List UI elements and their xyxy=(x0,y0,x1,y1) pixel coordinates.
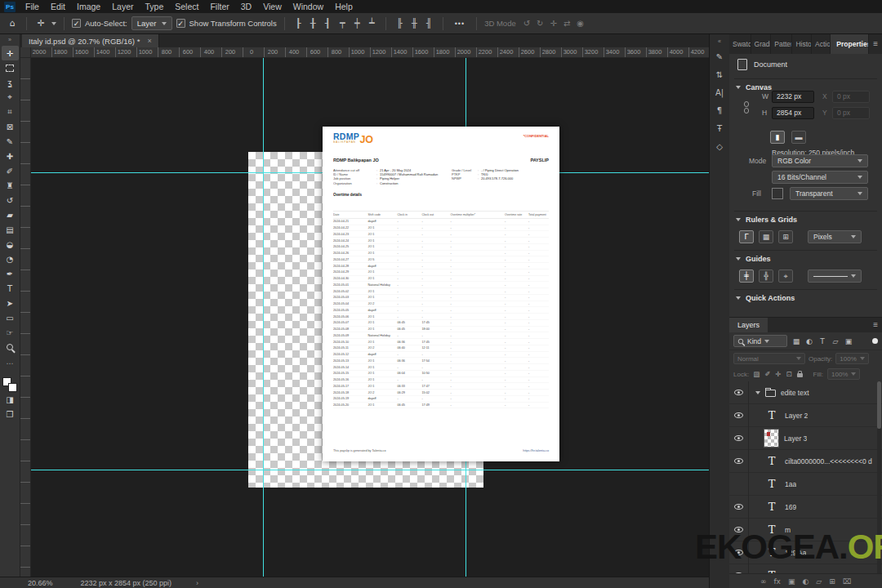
scrollbar-thumb[interactable] xyxy=(877,381,881,429)
smart-object-filter-icon[interactable]: ▣ xyxy=(843,337,854,345)
link-dimensions-icon[interactable] xyxy=(744,101,749,114)
rectangular-marquee-tool[interactable] xyxy=(2,60,19,75)
crop-tool[interactable]: ⌗ xyxy=(2,105,19,119)
snap-icon[interactable]: ⊞ xyxy=(778,230,793,243)
screen-mode-icon[interactable]: ❐ xyxy=(2,407,19,421)
menu-select[interactable]: Select xyxy=(169,0,204,13)
eyedropper-tool[interactable]: ✎ xyxy=(2,134,19,149)
more-options-button[interactable]: ••• xyxy=(451,20,469,28)
hand-tool[interactable]: ☞ xyxy=(2,325,19,340)
document-tab[interactable]: Italy id.psd @ 20.7% (RGB/16) * × xyxy=(22,34,159,47)
layer-row[interactable]: T169 xyxy=(729,496,882,519)
menu-type[interactable]: Type xyxy=(139,0,169,13)
lasso-tool[interactable]: ʓ xyxy=(2,75,19,90)
delete-layer-icon[interactable]: ⌧ xyxy=(843,577,851,586)
orientation-portrait-icon[interactable]: ▮ xyxy=(770,131,785,144)
fill-swatch[interactable] xyxy=(772,188,783,199)
orientation-landscape-icon[interactable]: ▬ xyxy=(791,131,806,144)
tab-gradi[interactable]: Gradi xyxy=(751,34,772,54)
quick-actions-section-header[interactable]: Quick Actions xyxy=(729,294,882,302)
zoom-tool[interactable] xyxy=(2,340,19,354)
layer-style-icon[interactable]: fx xyxy=(773,577,781,586)
paragraph-panel-icon[interactable]: ¶ xyxy=(710,101,729,119)
object-selection-tool[interactable]: ⌖ xyxy=(2,90,19,105)
brush-tool[interactable]: ✐ xyxy=(2,163,19,178)
align-left-icon[interactable]: ┠ xyxy=(292,18,305,29)
path-selection-tool[interactable]: ➤ xyxy=(2,296,19,310)
width-field[interactable]: 2232 px xyxy=(772,91,814,103)
guides-section-header[interactable]: Guides xyxy=(729,255,882,263)
opacity-field[interactable]: 100% xyxy=(835,353,868,364)
menu-view[interactable]: View xyxy=(257,0,287,13)
move-tool-preset-icon[interactable]: ✛ xyxy=(34,18,47,29)
type-layer-filter-icon[interactable]: T xyxy=(817,337,828,345)
adjustment-layer-filter-icon[interactable]: ◐ xyxy=(804,337,815,345)
height-field[interactable]: 2854 px xyxy=(772,107,814,119)
new-group-icon[interactable]: ▱ xyxy=(816,577,822,586)
fill-field[interactable]: 100% xyxy=(827,368,860,380)
link-layers-icon[interactable]: ∞ xyxy=(760,577,767,586)
add-mask-icon[interactable]: ▣ xyxy=(788,577,795,586)
tab-layers[interactable]: Layers xyxy=(729,318,768,332)
distribute-right-icon[interactable]: ╢ xyxy=(423,18,435,29)
3d-camera-icon[interactable]: ◉ xyxy=(577,19,584,28)
panel-menu-icon[interactable]: ≡ xyxy=(869,318,882,332)
menu-3d[interactable]: 3D xyxy=(235,0,257,13)
ruler-corner[interactable] xyxy=(20,47,31,58)
3d-roll-icon[interactable]: ↻ xyxy=(537,19,543,28)
layer-row[interactable]: T1aa xyxy=(729,473,882,496)
layer-row[interactable]: TLayer 2 xyxy=(729,404,882,427)
layer-thumbnail[interactable] xyxy=(764,429,779,448)
zoom-level[interactable]: 20.66% xyxy=(28,579,53,587)
libraries-panel-icon[interactable]: ◇ xyxy=(710,137,729,155)
tab-swatc[interactable]: Swatc xyxy=(729,34,751,54)
filter-kind-dropdown[interactable]: Kind xyxy=(733,335,787,347)
new-layer-icon[interactable]: ⊞ xyxy=(829,577,835,586)
status-expand-icon[interactable]: › xyxy=(196,579,198,587)
chevron-down-icon[interactable] xyxy=(51,22,56,25)
menu-help[interactable]: Help xyxy=(329,0,359,13)
expand-panels-icon[interactable]: « xyxy=(718,36,721,47)
foreground-background-colors[interactable] xyxy=(2,377,17,392)
toggle-grid-icon[interactable]: ▦ xyxy=(759,230,773,243)
canvas-area[interactable]: *CONFIDENTIAL RDMP BALIKPAPAN JO RDMP Ba… xyxy=(31,58,709,577)
brush-settings-panel-icon[interactable]: ✎ xyxy=(710,47,729,65)
quick-mask-icon[interactable]: ◨ xyxy=(2,392,19,407)
expand-panel-icon[interactable]: » xyxy=(8,34,11,46)
edit-toolbar-icon[interactable]: ⋯ xyxy=(7,359,14,368)
pixel-layer-filter-icon[interactable]: ▦ xyxy=(791,337,802,345)
history-brush-tool[interactable]: ↺ xyxy=(2,193,19,207)
layer-row[interactable]: Tcilta0000000...<<<<<<<<0 d xyxy=(729,450,882,473)
background-color-swatch[interactable] xyxy=(8,383,17,392)
align-bottom-icon[interactable]: ┷ xyxy=(366,18,378,29)
ruler-units-dropdown[interactable]: Pixels xyxy=(808,230,862,243)
payslip-document[interactable]: *CONFIDENTIAL RDMP BALIKPAPAN JO RDMP Ba… xyxy=(323,127,559,461)
toggle-guides-icon[interactable]: ╪ xyxy=(739,270,754,283)
adjustment-layer-icon[interactable]: ◐ xyxy=(802,577,808,586)
frame-tool[interactable]: ⊠ xyxy=(2,119,19,134)
fill-dropdown[interactable]: Transparent xyxy=(790,187,868,200)
align-middle-icon[interactable]: ┿ xyxy=(351,18,363,29)
tab-properties[interactable]: Properties xyxy=(831,34,869,54)
menu-window[interactable]: Window xyxy=(287,0,329,13)
distribute-left-icon[interactable]: ╟ xyxy=(394,18,406,29)
eraser-tool[interactable]: ▰ xyxy=(2,207,19,222)
layer-visibility-toggle[interactable] xyxy=(729,404,749,427)
glyphs-panel-icon[interactable]: Ŧ xyxy=(710,119,729,137)
guide-horizontal-2[interactable] xyxy=(31,470,709,470)
layer-visibility-toggle[interactable] xyxy=(729,496,749,519)
close-icon[interactable]: × xyxy=(147,37,151,45)
tab-patter[interactable]: Patter xyxy=(771,34,792,54)
home-icon[interactable]: ⌂ xyxy=(6,18,19,29)
layer-visibility-toggle[interactable] xyxy=(729,381,749,404)
x-field[interactable]: 0 px xyxy=(832,91,870,103)
vertical-ruler[interactable] xyxy=(20,58,31,577)
auto-select-target-dropdown[interactable]: Layer xyxy=(131,16,172,30)
lock-position-icon[interactable]: ✛ xyxy=(775,370,781,378)
layer-row[interactable]: edite text xyxy=(729,381,882,404)
lock-artboard-icon[interactable]: ⊡ xyxy=(786,370,791,378)
shape-tool[interactable]: ▭ xyxy=(2,310,19,325)
lock-all-icon[interactable] xyxy=(797,373,803,377)
menu-filter[interactable]: Filter xyxy=(204,0,234,13)
lock-transparent-pixels-icon[interactable]: ▨ xyxy=(753,370,760,378)
